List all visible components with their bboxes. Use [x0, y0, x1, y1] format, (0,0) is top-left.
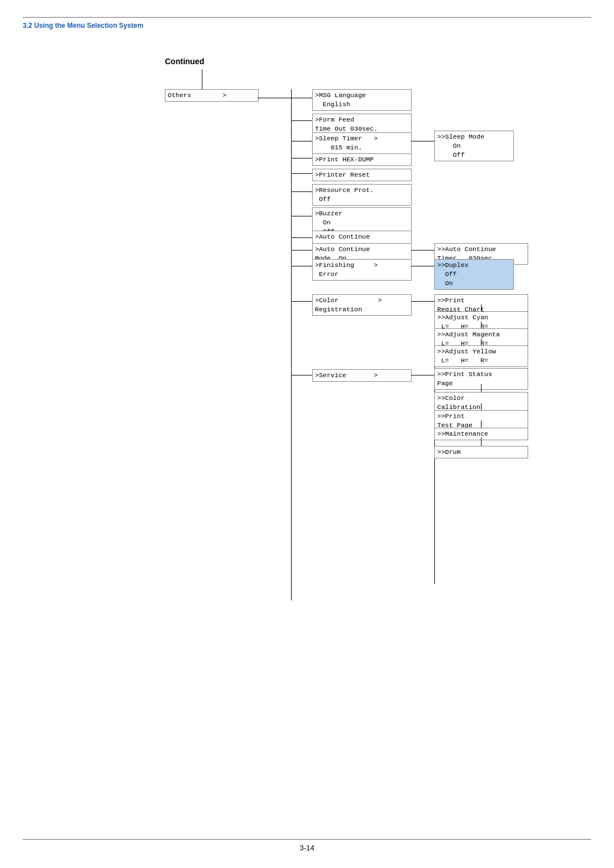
- hline-msg: [291, 98, 313, 98]
- service-box: >Service >: [312, 369, 412, 382]
- hline-to-print-status: [411, 375, 435, 375]
- vline-main: [291, 89, 292, 600]
- section-label: 3.2 Using the Menu Selection System: [23, 22, 143, 30]
- hline-sleep-to-mode: [411, 141, 435, 141]
- vconn-test-maint: [481, 420, 482, 428]
- vconn-cyan-magenta: [481, 322, 482, 328]
- page-number: 3-14: [300, 844, 314, 852]
- vconn-status-calib: [481, 384, 482, 392]
- vconn-calib-test: [481, 403, 482, 410]
- hline-auto-to-timer: [411, 250, 435, 251]
- vconn-magenta-yellow: [481, 339, 482, 345]
- sleep-mode-box: >>Sleep Mode On Off: [434, 131, 514, 161]
- vconn-maint-drum: [481, 437, 482, 446]
- top-rule: [23, 17, 591, 18]
- resource-prot-box: >Resource Prot. Off: [312, 184, 412, 206]
- hline-resource: [291, 191, 313, 192]
- continued-label: Continued: [165, 57, 204, 66]
- hline-formfeed: [291, 120, 313, 121]
- hline-service: [291, 375, 313, 375]
- hline-finishing-to-duplex: [411, 266, 435, 266]
- hline-to-print-regist: [411, 301, 435, 302]
- hline-others-to-main: [258, 98, 292, 98]
- vconn-regist-cyan: [481, 304, 482, 311]
- drum-box: >>Drum: [434, 446, 528, 458]
- adjust-yellow-box: >>Adjust Yellow L= H= R=: [434, 345, 528, 367]
- connector-continued-others: [202, 69, 202, 91]
- hline-reset: [291, 173, 313, 174]
- hline-hex: [291, 158, 313, 158]
- hline-buzzer: [291, 216, 313, 216]
- bottom-rule: [23, 839, 591, 840]
- msg-language-box: >MSG Language English: [312, 89, 412, 111]
- hline-auto-off: [291, 237, 313, 238]
- printer-reset-box: >Printer Reset: [312, 169, 412, 181]
- print-hex-box: >Print HEX-DUMP: [312, 153, 412, 166]
- hline-sleep-timer: [291, 141, 313, 141]
- sleep-timer-box: >Sleep Timer > 015 min.: [312, 132, 412, 154]
- others-box: Others >: [165, 89, 259, 102]
- color-registration-box: >Color > Registration: [312, 294, 412, 316]
- hline-color-reg: [291, 301, 313, 302]
- finishing-box: >Finishing > Error: [312, 259, 412, 281]
- duplex-box: >>Duplex Off On: [434, 259, 514, 290]
- hline-finishing: [291, 266, 313, 266]
- hline-auto-on: [291, 250, 313, 251]
